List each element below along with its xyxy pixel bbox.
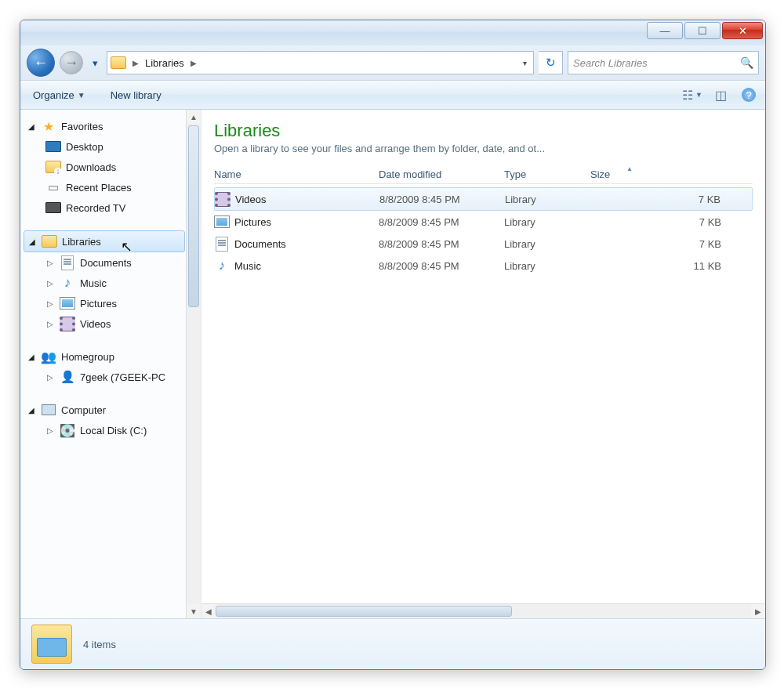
maximize-button[interactable]: ☐ xyxy=(684,22,720,39)
explorer-window: — ☐ ✕ ← → ▾ ▶ Libraries ▶ ▾ ↻ Search xyxy=(20,20,766,670)
file-list: Videos 8/8/2009 8:45 PM Library 7 KB Pic… xyxy=(201,184,765,280)
preview-pane-button[interactable]: ◫ xyxy=(712,88,729,102)
nav-label: Recent Places xyxy=(66,182,132,194)
nav-label: Downloads xyxy=(66,161,116,173)
item-date: 8/8/2009 8:45 PM xyxy=(379,238,504,250)
item-type: Library xyxy=(504,260,590,272)
nav-item-pictures[interactable]: ▷ Pictures xyxy=(20,293,201,313)
new-library-button[interactable]: New library xyxy=(106,86,166,104)
breadcrumb-separator-icon[interactable]: ▶ xyxy=(187,59,200,67)
music-icon: ♪ xyxy=(214,259,230,273)
list-item[interactable]: Documents 8/8/2009 8:45 PM Library 7 KB xyxy=(214,233,753,255)
nav-scrollbar[interactable]: ▲ ▼ xyxy=(186,110,201,618)
view-options-button[interactable]: ☷ ▼ xyxy=(684,88,701,102)
collapse-icon: ◢ xyxy=(27,237,37,246)
column-date[interactable]: Date modified xyxy=(379,168,504,180)
music-icon: ♪ xyxy=(60,276,75,290)
item-size: 11 KB xyxy=(590,260,753,272)
nav-group-libraries: ◢ Libraries ↖ ▷ Documents ▷ ♪ Music ▷ xyxy=(20,230,201,334)
star-icon: ★ xyxy=(41,119,56,133)
collapse-icon: ◢ xyxy=(27,353,36,361)
breadcrumb-root[interactable] xyxy=(107,52,129,74)
help-icon: ? xyxy=(742,88,756,102)
list-item[interactable]: Videos 8/8/2009 8:45 PM Library 7 KB xyxy=(214,187,753,211)
nav-item-homegroup-user[interactable]: ▷ 👤 7geek (7GEEK-PC xyxy=(20,367,201,387)
column-name[interactable]: Name xyxy=(214,168,379,180)
nav-item-documents[interactable]: ▷ Documents xyxy=(20,252,201,273)
right-arrow-icon: → xyxy=(64,55,78,71)
scroll-down-icon[interactable]: ▼ xyxy=(187,604,201,618)
list-item[interactable]: Pictures 8/8/2009 8:45 PM Library 7 KB xyxy=(214,211,753,233)
expand-icon: ▷ xyxy=(45,426,55,435)
nav-label: Videos xyxy=(80,318,111,330)
expand-icon: ▷ xyxy=(45,279,55,288)
history-dropdown[interactable]: ▾ xyxy=(88,57,102,69)
nav-group-favorites: ◢ ★ Favorites Desktop Downloads ▭ Recent… xyxy=(20,116,201,218)
nav-libraries-header[interactable]: ◢ Libraries ↖ xyxy=(24,230,185,252)
minimize-button[interactable]: — xyxy=(647,22,683,39)
organize-menu[interactable]: Organize ▼ xyxy=(28,86,90,104)
nav-favorites-header[interactable]: ◢ ★ Favorites xyxy=(20,116,201,136)
refresh-icon: ↻ xyxy=(546,56,556,70)
nav-item-music[interactable]: ▷ ♪ Music xyxy=(20,273,201,293)
nav-label: Computer xyxy=(61,404,106,416)
nav-bar: ← → ▾ ▶ Libraries ▶ ▾ ↻ Search Libraries… xyxy=(20,45,765,81)
help-button[interactable]: ? xyxy=(740,88,757,102)
videos-icon xyxy=(215,192,230,206)
nav-label: Desktop xyxy=(66,141,103,153)
back-button[interactable]: ← xyxy=(27,49,55,77)
column-type[interactable]: Type xyxy=(504,168,590,180)
nav-homegroup-header[interactable]: ◢ 👥 Homegroup xyxy=(20,346,201,367)
documents-icon xyxy=(60,255,75,270)
libraries-icon xyxy=(111,56,126,70)
item-name: Pictures xyxy=(234,216,271,228)
scroll-right-icon[interactable]: ▶ xyxy=(751,604,765,618)
nav-item-local-disk[interactable]: ▷ 💽 Local Disk (C:) xyxy=(20,420,201,440)
titlebar: — ☐ ✕ xyxy=(20,20,765,45)
new-library-label: New library xyxy=(111,89,162,101)
scroll-thumb[interactable] xyxy=(188,125,199,307)
organize-label: Organize xyxy=(33,89,74,101)
item-date: 8/8/2009 8:45 PM xyxy=(379,194,505,205)
left-arrow-icon: ← xyxy=(34,55,48,71)
scroll-left-icon[interactable]: ◀ xyxy=(201,604,216,618)
nav-computer-header[interactable]: ◢ Computer xyxy=(20,400,201,420)
nav-item-recorded-tv[interactable]: Recorded TV xyxy=(20,197,201,218)
item-size: 7 KB xyxy=(590,238,753,250)
item-size: 7 KB xyxy=(590,216,753,228)
nav-label: Recorded TV xyxy=(66,202,125,214)
nav-label: Libraries xyxy=(62,236,101,248)
nav-label: Pictures xyxy=(80,298,117,310)
item-type: Library xyxy=(505,194,591,205)
computer-icon xyxy=(41,403,56,417)
documents-icon xyxy=(214,237,230,251)
nav-item-downloads[interactable]: Downloads xyxy=(20,157,201,177)
breadcrumb-separator-icon[interactable]: ▶ xyxy=(129,59,142,67)
search-box[interactable]: Search Libraries 🔍 xyxy=(568,51,759,74)
nav-label: Favorites xyxy=(61,121,103,132)
content-pane: Libraries Open a library to see your fil… xyxy=(201,110,765,618)
horizontal-scrollbar[interactable]: ◀ ▶ xyxy=(201,603,765,618)
close-button[interactable]: ✕ xyxy=(722,22,763,39)
address-dropdown[interactable]: ▾ xyxy=(517,59,533,67)
scroll-thumb[interactable] xyxy=(216,606,512,617)
nav-item-recent-places[interactable]: ▭ Recent Places xyxy=(20,177,201,197)
scroll-track[interactable] xyxy=(216,604,751,618)
item-name: Documents xyxy=(234,238,286,250)
videos-icon xyxy=(60,317,75,331)
nav-label: Music xyxy=(80,277,107,289)
recent-places-icon: ▭ xyxy=(45,180,61,194)
column-size[interactable]: Size ▲ xyxy=(590,168,753,180)
refresh-button[interactable]: ↻ xyxy=(539,51,563,74)
status-text: 4 items xyxy=(83,639,116,650)
command-bar: Organize ▼ New library ☷ ▼ ◫ ? xyxy=(20,81,765,110)
scroll-up-icon[interactable]: ▲ xyxy=(187,110,201,124)
nav-item-desktop[interactable]: Desktop xyxy=(20,136,201,157)
item-size: 7 KB xyxy=(591,194,752,205)
list-item[interactable]: ♪Music 8/8/2009 8:45 PM Library 11 KB xyxy=(214,255,753,277)
breadcrumb-label: Libraries xyxy=(145,57,184,69)
address-bar[interactable]: ▶ Libraries ▶ ▾ xyxy=(107,51,534,74)
forward-button[interactable]: → xyxy=(60,51,83,74)
breadcrumb-libraries[interactable]: Libraries xyxy=(142,52,187,74)
nav-item-videos[interactable]: ▷ Videos xyxy=(20,313,201,334)
